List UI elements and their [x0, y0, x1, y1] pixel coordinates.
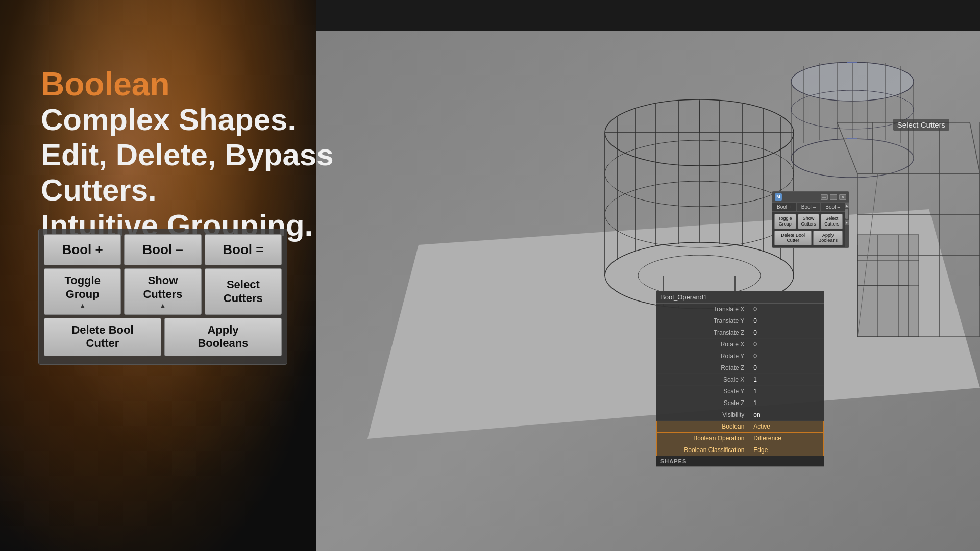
- bool-plus-button[interactable]: Bool +: [44, 234, 121, 265]
- scroll-thumb[interactable]: [845, 209, 848, 219]
- property-row: Scale X1: [657, 374, 824, 386]
- m-show-cutters-button[interactable]: ShowCutters: [798, 214, 820, 229]
- show-cutters-button[interactable]: ShowCutters▲: [124, 268, 201, 315]
- property-value: 0: [748, 327, 823, 339]
- property-label: Boolean Classification: [657, 444, 749, 456]
- scroll-down-arrow[interactable]: ▼: [845, 220, 849, 225]
- property-row: Translate X0: [657, 304, 824, 315]
- tab-bool-minus[interactable]: Bool –: [797, 203, 821, 211]
- property-value: 0: [748, 315, 823, 327]
- properties-panel: Bool_Operand1 Translate X0Translate Y0Tr…: [656, 291, 824, 467]
- scroll-up-arrow[interactable]: ▲: [845, 203, 849, 208]
- property-label: Scale Z: [657, 397, 749, 409]
- subtitle-line1: Complex Shapes.: [41, 102, 334, 137]
- viewport-select-cutters-label: Select Cutters: [893, 119, 949, 131]
- property-value: Active: [748, 421, 823, 433]
- title-subtitle: Complex Shapes. Edit, Delete, Bypass Cut…: [41, 102, 334, 243]
- button-row-3: Delete BoolCutter ApplyBooleans: [44, 318, 282, 356]
- property-label: Translate Y: [657, 315, 749, 327]
- m-window: M — □ ✕ Bool + Bool – Bool = ToggleGroup…: [772, 191, 849, 248]
- button-row-2: ToggleGroup▲ ShowCutters▲ SelectCutters: [44, 268, 282, 315]
- property-row: Scale Y1: [657, 386, 824, 397]
- viewport: M — □ ✕ Bool + Bool – Bool = ToggleGroup…: [316, 31, 980, 551]
- property-row: Rotate Z0: [657, 362, 824, 374]
- property-label: Scale X: [657, 374, 749, 386]
- title-boolean: Boolean: [41, 66, 334, 102]
- property-label: Scale Y: [657, 386, 749, 397]
- m-apply-booleans-button[interactable]: ApplyBooleans: [813, 231, 843, 246]
- property-value: 0: [748, 339, 823, 350]
- property-value: 0: [748, 350, 823, 362]
- bool-minus-button[interactable]: Bool –: [124, 234, 201, 265]
- m-toggle-group-button[interactable]: ToggleGroup: [774, 214, 796, 229]
- m-btn-row-2: Delete BoolCutter ApplyBooleans: [774, 231, 843, 246]
- property-label: Boolean Operation: [657, 433, 749, 444]
- bool-equals-button[interactable]: Bool =: [205, 234, 282, 265]
- close-button[interactable]: ✕: [839, 194, 846, 200]
- property-value: on: [748, 409, 823, 421]
- toggle-group-button[interactable]: ToggleGroup▲: [44, 268, 121, 315]
- property-row: Translate Z0: [657, 327, 824, 339]
- property-row: Boolean ClassificationEdge: [657, 444, 824, 456]
- property-value: 1: [748, 397, 823, 409]
- properties-footer: SHAPES: [656, 456, 824, 466]
- subtitle-line3: Cutters.: [41, 172, 334, 208]
- property-row: BooleanActive: [657, 421, 824, 433]
- property-row: Scale Z1: [657, 397, 824, 409]
- property-row: Visibilityon: [657, 409, 824, 421]
- property-label: Translate Z: [657, 327, 749, 339]
- minimize-button[interactable]: —: [821, 194, 828, 200]
- property-value: 0: [748, 362, 823, 374]
- button-row-1: Bool + Bool – Bool =: [44, 234, 282, 265]
- title-area: Boolean Complex Shapes. Edit, Delete, By…: [41, 66, 334, 243]
- property-value: 0: [748, 304, 823, 315]
- property-value: Edge: [748, 444, 823, 456]
- select-cutters-button[interactable]: SelectCutters: [205, 268, 282, 315]
- property-row: Rotate Y0: [657, 350, 824, 362]
- property-value: Difference: [748, 433, 823, 444]
- property-row: Boolean OperationDifference: [657, 433, 824, 444]
- m-window-buttons: ToggleGroup ShowCutters SelectCutters De…: [772, 212, 845, 247]
- property-label: Rotate Z: [657, 362, 749, 374]
- m-scrollbar[interactable]: ▲ ▼: [845, 203, 849, 247]
- tab-bool-equals[interactable]: Bool =: [821, 203, 845, 211]
- property-value: 1: [748, 374, 823, 386]
- button-panel: Bool + Bool – Bool = ToggleGroup▲ ShowCu…: [38, 229, 287, 365]
- m-delete-bool-button[interactable]: Delete BoolCutter: [774, 231, 812, 246]
- property-label: Rotate X: [657, 339, 749, 350]
- m-window-icon: M: [775, 193, 782, 201]
- m-window-titlebar: M — □ ✕: [772, 192, 849, 203]
- viewport-svg: [316, 31, 980, 551]
- subtitle-line2: Edit, Delete, Bypass: [41, 137, 334, 172]
- apply-booleans-button[interactable]: ApplyBooleans: [164, 318, 282, 356]
- m-window-inner: Bool + Bool – Bool = ToggleGroup ShowCut…: [772, 203, 849, 247]
- property-label: Translate X: [657, 304, 749, 315]
- m-select-cutters-button[interactable]: SelectCutters: [821, 214, 843, 229]
- restore-button[interactable]: □: [830, 194, 837, 200]
- property-label: Rotate Y: [657, 350, 749, 362]
- property-row: Translate Y0: [657, 315, 824, 327]
- delete-bool-cutter-button[interactable]: Delete BoolCutter: [44, 318, 161, 356]
- m-window-content: Bool + Bool – Bool = ToggleGroup ShowCut…: [772, 203, 845, 247]
- m-window-tabs: Bool + Bool – Bool =: [772, 203, 845, 212]
- m-window-controls: — □ ✕: [821, 194, 846, 200]
- property-value: 1: [748, 386, 823, 397]
- property-label: Visibility: [657, 409, 749, 421]
- tab-bool-plus[interactable]: Bool +: [772, 203, 797, 211]
- property-row: Rotate X0: [657, 339, 824, 350]
- properties-table: Translate X0Translate Y0Translate Z0Rota…: [656, 304, 824, 456]
- properties-title: Bool_Operand1: [656, 291, 824, 304]
- property-label: Boolean: [657, 421, 749, 433]
- m-btn-row-1: ToggleGroup ShowCutters SelectCutters: [774, 214, 843, 229]
